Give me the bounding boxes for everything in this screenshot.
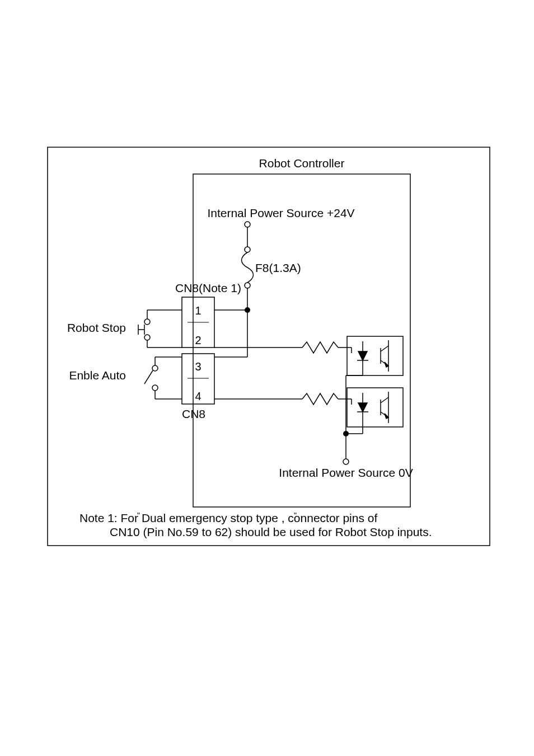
fuse-symbol <box>242 247 254 288</box>
svg-rect-18 <box>347 336 403 375</box>
pin-3-label: 3 <box>195 360 201 373</box>
resistor-1 <box>302 342 338 353</box>
enable-auto-switch <box>144 357 182 399</box>
note-text: Note 1: For Dual emergency stop type , c… <box>79 511 432 538</box>
pin-4-label: 4 <box>195 390 201 402</box>
robot-stop-switch <box>138 310 182 348</box>
terminal-0v <box>343 459 349 464</box>
svg-point-1 <box>245 283 250 288</box>
svg-point-13 <box>152 365 158 371</box>
optocoupler-2 <box>347 388 403 427</box>
svg-line-14 <box>144 370 153 384</box>
controller-box <box>193 174 410 507</box>
svg-point-15 <box>152 385 158 391</box>
diagram-page: Robot Controller Internal Power Source +… <box>0 0 534 756</box>
schematic-svg: Robot Controller Internal Power Source +… <box>0 0 534 756</box>
svg-marker-20 <box>358 351 367 360</box>
svg-point-0 <box>245 247 250 252</box>
svg-marker-30 <box>358 403 367 412</box>
svg-point-8 <box>144 335 150 340</box>
svg-marker-37 <box>385 414 388 419</box>
close-quote-mark: " <box>294 511 297 520</box>
note-line-1: Note 1: For Dual emergency stop type , c… <box>79 511 377 524</box>
controller-label: Robot Controller <box>259 157 345 170</box>
svg-marker-27 <box>385 362 388 367</box>
fuse-label: F8(1.3A) <box>255 261 301 274</box>
optocoupler-1 <box>347 336 403 375</box>
svg-line-35 <box>381 397 388 403</box>
power-0v-label: Internal Power Source 0V <box>279 466 413 479</box>
terminal-24v <box>245 222 250 227</box>
cn8-bottom-label: CN8 <box>182 407 205 420</box>
svg-line-25 <box>381 346 388 351</box>
svg-rect-28 <box>347 388 403 427</box>
robot-stop-label: Robot Stop <box>67 321 126 334</box>
open-quote-mark: " <box>137 511 140 520</box>
power-24v-label: Internal Power Source +24V <box>207 206 354 219</box>
resistor-2 <box>302 393 338 405</box>
cn8-note-label: CN8(Note 1) <box>175 281 241 294</box>
enable-auto-label: Enble Auto <box>69 369 126 382</box>
svg-point-4 <box>144 319 150 325</box>
pin-2-label: 2 <box>195 334 201 346</box>
pin-1-label: 1 <box>195 304 201 317</box>
note-line-2: CN10 (Pin No.59 to 62) should be used fo… <box>110 525 432 538</box>
